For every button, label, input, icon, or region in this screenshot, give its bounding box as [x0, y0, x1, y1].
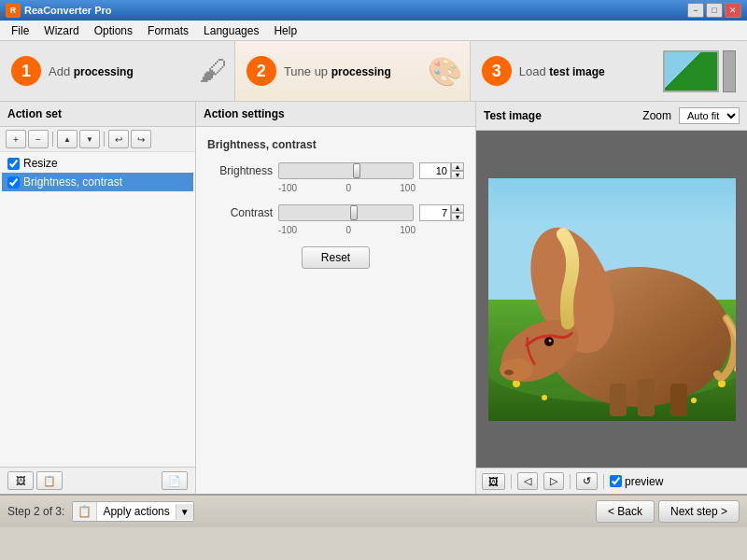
next-step-button[interactable]: Next step > [658, 500, 740, 523]
step3-bold: test image [549, 65, 604, 78]
apply-dropdown-arrow[interactable]: ▼ [176, 504, 193, 520]
clipboard-button[interactable]: 📋 [36, 471, 63, 490]
zoom-label: Zoom [642, 109, 671, 122]
zoom-select[interactable]: Auto fit 25% 50% 75% 100% 200% [679, 107, 740, 124]
svg-point-4 [542, 395, 547, 400]
minimize-button[interactable]: − [687, 3, 704, 18]
brightness-max: 100 [400, 183, 416, 193]
test-image-panel: Test image Zoom Auto fit 25% 50% 75% 100… [476, 102, 747, 494]
action-item-resize[interactable]: Resize [2, 154, 193, 173]
action-set-panel: Action set + − ▲ ▼ ↩ ↪ Resize Brightness… [0, 102, 196, 494]
action-settings-title: Action settings [196, 102, 475, 127]
image-toolbar: 🖼 ◁ ▷ ↺ preview [476, 468, 747, 494]
contrast-down[interactable]: ▼ [451, 213, 464, 221]
toolbar-separator2 [104, 132, 105, 147]
contrast-zero: 0 [345, 225, 351, 235]
action-list: Resize Brightness, contrast [0, 152, 195, 467]
preview-checkbox[interactable] [610, 475, 622, 487]
menu-help[interactable]: Help [266, 22, 304, 39]
export-button[interactable]: 📄 [162, 471, 188, 490]
brightness-label: Brightness [207, 164, 273, 177]
step1-num: 1 [11, 56, 41, 86]
move-up-button[interactable]: ▲ [57, 130, 78, 148]
step3-label: Load [519, 64, 550, 78]
brightness-down[interactable]: ▼ [451, 171, 464, 179]
redo-button[interactable]: ↪ [131, 130, 151, 148]
svg-point-14 [504, 370, 514, 375]
apply-icon: 📋 [73, 502, 97, 521]
svg-rect-17 [610, 384, 627, 416]
step2-section[interactable]: 2 Tune up processing 🎨 [235, 41, 471, 101]
contrast-thumb [350, 205, 358, 220]
step1-decoration: 🖌 [199, 55, 227, 87]
img-toolbar-sep2 [570, 474, 571, 489]
menu-wizard[interactable]: Wizard [36, 22, 86, 39]
brightness-value-input[interactable] [419, 162, 451, 179]
remove-action-button[interactable]: − [28, 130, 49, 148]
test-image-thumb [663, 50, 719, 92]
step1-bold: processing [74, 65, 134, 78]
prev-image-button[interactable]: ◁ [517, 472, 538, 490]
step2-num: 2 [247, 56, 276, 86]
brightness-up[interactable]: ▲ [451, 162, 464, 171]
close-button[interactable]: ✕ [725, 3, 741, 18]
brightness-checkbox[interactable] [7, 176, 20, 189]
contrast-up[interactable]: ▲ [451, 204, 464, 213]
contrast-value-group: ▲ ▼ [419, 204, 464, 221]
horse-svg [488, 178, 736, 421]
toolbar-separator1 [52, 132, 53, 147]
brightness-zero: 0 [345, 183, 351, 193]
action-item-brightness[interactable]: Brightness, contrast [2, 173, 193, 191]
menu-languages[interactable]: Languages [196, 22, 266, 39]
add-action-button[interactable]: + [6, 130, 26, 148]
step3-section[interactable]: 3 Load test image [471, 41, 747, 101]
maximize-button[interactable]: □ [706, 3, 723, 18]
contrast-row: Contrast ▲ ▼ [207, 204, 464, 221]
brightness-row: Brightness ▲ ▼ [207, 162, 464, 179]
contrast-value-input[interactable] [419, 204, 451, 221]
step1-section[interactable]: 1 Add processing 🖌 [0, 41, 235, 101]
title-bar: R ReaConverter Pro − □ ✕ [0, 0, 747, 21]
undo-button[interactable]: ↩ [108, 130, 129, 148]
brightness-thumb [353, 163, 360, 178]
step2-label: Tune up [284, 64, 331, 78]
move-down-button[interactable]: ▼ [79, 130, 100, 148]
window-title: ReaConverter Pro [24, 5, 112, 16]
brightness-slider[interactable] [278, 162, 414, 179]
resize-label: Resize [23, 157, 58, 170]
next-image-button[interactable]: ▷ [543, 472, 564, 490]
load-image-button[interactable]: 🖼 [482, 473, 505, 490]
back-button[interactable]: < Back [596, 500, 655, 523]
contrast-max: 100 [400, 225, 416, 235]
brightness-value-group: ▲ ▼ [419, 162, 464, 179]
action-settings-panel: Action settings Brightness, contrast Bri… [196, 102, 476, 494]
test-image-thumb2 [723, 50, 736, 92]
main-content: Action set + − ▲ ▼ ↩ ↪ Resize Brightness… [0, 102, 747, 494]
settings-content: Brightness, contrast Brightness ▲ ▼ -100… [196, 127, 475, 494]
brightness-contrast-label: Brightness, contrast [23, 175, 122, 189]
settings-group-title: Brightness, contrast [207, 138, 464, 151]
resize-checkbox[interactable] [7, 158, 20, 170]
apply-dropdown[interactable]: 📋 Apply actions ▼ [72, 501, 193, 522]
preview-text: preview [625, 475, 663, 488]
panel-bottom: 🖼 📋 📄 [0, 467, 195, 494]
nav-buttons: < Back Next step > [596, 500, 740, 523]
action-set-title: Action set [0, 102, 195, 127]
contrast-scale: -100 0 100 [278, 225, 464, 235]
reset-button[interactable]: Reset [302, 246, 370, 269]
menu-options[interactable]: Options [87, 22, 140, 39]
contrast-slider[interactable] [278, 204, 414, 221]
action-toolbar: + − ▲ ▼ ↩ ↪ [0, 127, 195, 152]
window-controls: − □ ✕ [687, 3, 741, 18]
apply-text: Apply actions [97, 502, 175, 521]
step-header: 1 Add processing 🖌 2 Tune up processing … [0, 41, 747, 102]
step3-num: 3 [482, 56, 512, 86]
step1-label: Add [49, 64, 74, 78]
refresh-button[interactable]: ↺ [576, 472, 598, 490]
import-button[interactable]: 🖼 [7, 471, 34, 490]
test-image-header: Test image Zoom Auto fit 25% 50% 75% 100… [476, 102, 747, 131]
contrast-label: Contrast [207, 206, 273, 219]
menu-file[interactable]: File [4, 22, 36, 39]
test-image-title: Test image [484, 109, 635, 122]
menu-formats[interactable]: Formats [140, 22, 196, 39]
